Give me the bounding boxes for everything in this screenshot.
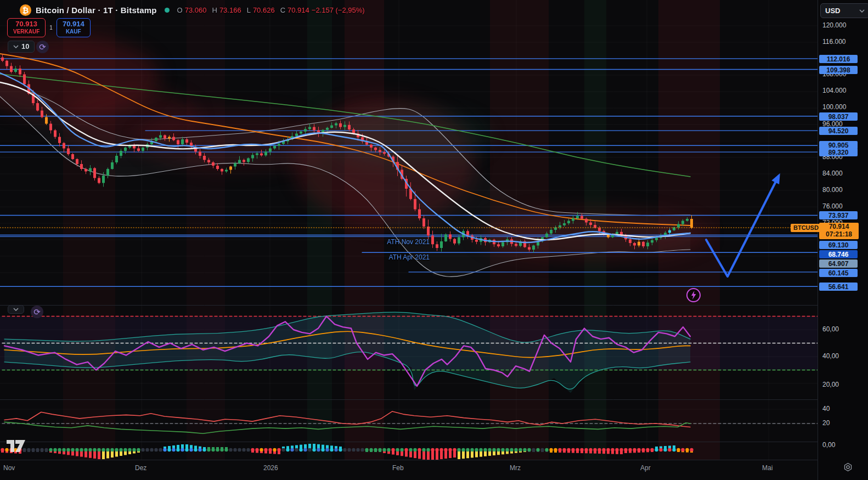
price-level-badge: 56.641 [819,283,858,291]
interval-value: 10 [21,42,29,50]
axis-tick: 100.000 [822,103,846,111]
axis-tick: 20,00 [822,381,839,388]
axis-tick: 20 [822,419,830,427]
sell-price: 70.913 [13,20,40,29]
price-level-badge: 89.320 [819,148,858,156]
price-level-badge: 69.130 [819,241,858,249]
order-panel: 70.913 VERKAUF 1 70.914 KAUF [7,18,91,37]
time-axis-label: Dez [135,464,146,472]
axis-tick: 84.000 [822,170,843,177]
price-level-badge: 64.907 [819,259,858,268]
price-level-badge: 60.145 [819,269,858,277]
price-level-badge: 73.937 [819,211,858,219]
time-axis-label: Mai [762,464,773,472]
low-value: 70.626 [253,6,275,14]
ohlc-readout: O73.060 H73.166 L70.626 C70.914 −2.157 (… [174,6,365,14]
spread-value: 1 [49,25,53,31]
change-value: −2.157 (−2,95%) [312,6,365,14]
chevron-down-icon [859,9,865,13]
price-level-badge: 109.398 [819,66,858,74]
axis-tick: 116.000 [822,38,846,46]
ath-apr-label[interactable]: ATH Apr 2021 [331,253,430,261]
tradingview-logo[interactable] [5,437,30,456]
bar-countdown: 07:21:18 [819,231,859,239]
lightning-icon[interactable] [685,287,702,306]
sell-label: VERKAUF [13,29,40,35]
currency-selector[interactable]: USD [820,3,868,18]
time-axis-label: Apr [640,464,651,472]
current-price: 70.914 [819,223,859,231]
market-status-dot [165,8,170,13]
axis-tick: 0,00 [822,441,835,449]
axis-tick: 104.000 [822,87,846,94]
open-label: O [177,6,183,14]
interval-chip[interactable]: 10 [8,41,35,53]
close-value: 70.914 [288,6,309,14]
symbol-title[interactable]: Bitcoin / Dollar · 1T · Bitstamp [36,5,157,15]
ath-nov-label[interactable]: ATH Nov 2021 [331,238,430,246]
chevron-down-icon [13,45,19,48]
time-axis[interactable]: NovDez2026FebMrzAprMai [0,460,818,480]
axis-tick: 40,00 [822,352,839,360]
time-axis-label: Feb [392,464,404,472]
price-level-badge: 68.746 [819,250,858,258]
high-value: 73.166 [219,6,241,14]
open-value: 73.060 [185,6,207,14]
time-axis-label: 2026 [263,464,278,472]
symbol-price-label: BTCUSD [791,224,821,232]
axis-tick: 60,00 [822,325,839,333]
buy-price: 70.914 [63,20,84,29]
high-label: H [212,6,217,14]
sell-button[interactable]: 70.913 VERKAUF [7,18,46,37]
low-label: L [247,6,251,14]
price-level-badge: 94.520 [819,127,858,135]
buy-label: KAUF [63,29,84,35]
chart-header: ₿ Bitcoin / Dollar · 1T · Bitstamp O73.0… [20,4,365,16]
chevron-down-icon [13,308,19,311]
refresh-icon-2[interactable]: ⟳ [31,306,43,318]
time-axis-label: Nov [3,464,15,472]
buy-button[interactable]: 70.914 KAUF [57,18,91,37]
axis-tick: 80.000 [822,186,843,194]
settings-gear-icon[interactable] [843,462,853,474]
axis-tick: 76.000 [822,202,843,210]
currency-value: USD [825,7,840,15]
panel-collapse-chip[interactable] [8,305,24,314]
current-price-badge: 70.914 07:21:18 [819,223,859,239]
axis-tick: 40 [822,405,830,413]
bitcoin-logo-icon: ₿ [20,4,31,16]
tradingview-chart-app: ₿ Bitcoin / Dollar · 1T · Bitstamp O73.0… [0,0,868,480]
time-axis-label: Mrz [510,464,521,472]
close-label: C [280,6,285,14]
price-axis[interactable]: USD 120.000116.000108.000104.000100.0009… [818,0,868,480]
price-level-badge: 98.037 [819,112,858,121]
price-level-badge: 112.016 [819,55,858,63]
axis-tick: 120.000 [822,21,846,29]
price-chart-canvas[interactable] [0,0,818,460]
refresh-icon[interactable]: ⟳ [36,41,49,53]
